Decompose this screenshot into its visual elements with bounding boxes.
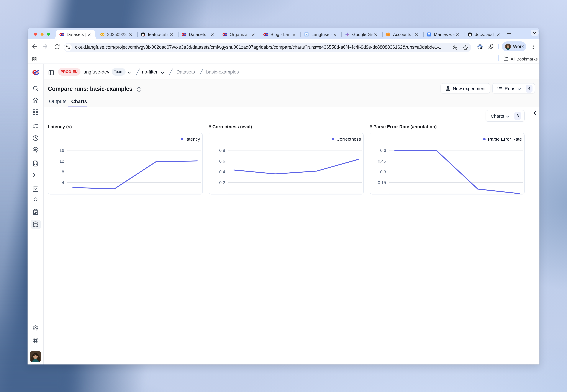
svg-text:0.15: 0.15 — [378, 180, 386, 185]
svg-text:0.3: 0.3 — [380, 169, 386, 174]
svg-text:0.45: 0.45 — [378, 159, 386, 163]
svg-text:0.6: 0.6 — [219, 159, 225, 163]
svg-text:0.8: 0.8 — [219, 148, 225, 153]
svg-text:16: 16 — [59, 148, 64, 153]
svg-text:4: 4 — [62, 180, 64, 185]
svg-text:12: 12 — [59, 159, 64, 163]
svg-text:0.6: 0.6 — [380, 148, 386, 153]
svg-text:0.4: 0.4 — [219, 169, 225, 174]
svg-text:8: 8 — [62, 169, 64, 174]
svg-text:0.2: 0.2 — [219, 180, 225, 185]
